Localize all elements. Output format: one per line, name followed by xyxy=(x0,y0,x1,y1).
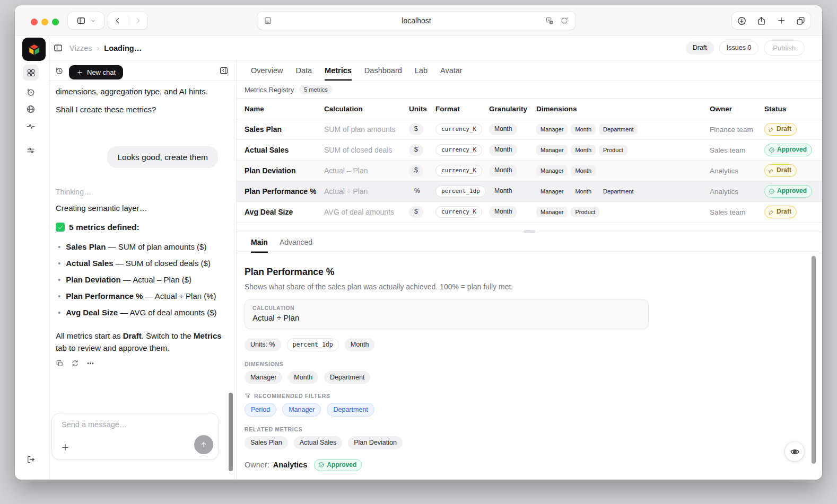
draft-status-badge: Draft xyxy=(686,41,714,55)
filter-chip[interactable]: Department xyxy=(327,403,374,417)
rail-item-apps[interactable] xyxy=(23,65,39,81)
sliders-icon[interactable] xyxy=(26,146,36,155)
back-icon[interactable] xyxy=(108,16,128,25)
chat-scrollbar[interactable] xyxy=(229,393,233,471)
metric-owner: Sales team xyxy=(710,146,764,154)
panel-toggle-icon[interactable] xyxy=(53,43,63,53)
units-chip: $ xyxy=(409,144,423,156)
dimension-chip: Product xyxy=(571,207,599,217)
zoom-window-button[interactable] xyxy=(52,19,59,25)
preview-eye-button[interactable] xyxy=(785,442,804,461)
globe-icon[interactable] xyxy=(26,104,36,114)
thinking-label: Thinking… xyxy=(56,186,229,198)
share-icon[interactable] xyxy=(752,16,771,26)
forward-icon[interactable] xyxy=(128,16,148,25)
status-badge[interactable]: Approved xyxy=(764,185,812,198)
metric-name: Plan Performance % xyxy=(245,187,324,196)
related-metric-chip[interactable]: Sales Plan xyxy=(245,436,288,449)
message-input[interactable] xyxy=(60,420,204,429)
main-scrollbar[interactable] xyxy=(812,256,816,464)
format-chip: currency_K xyxy=(435,144,482,156)
bullet-dot: • xyxy=(58,241,60,253)
table-row[interactable]: Avg Deal Size AVG of deal amounts $ curr… xyxy=(237,202,822,223)
status-badge[interactable]: Approved xyxy=(764,144,812,156)
tab-overview-icon[interactable] xyxy=(791,16,810,26)
new-tab-icon[interactable] xyxy=(771,16,791,25)
tab-main[interactable]: Main xyxy=(251,232,268,253)
registry-title: Metrics Registry xyxy=(245,86,294,94)
history-icon[interactable] xyxy=(26,87,36,97)
related-metric-chips: Sales Plan Actual Sales Plan Deviation xyxy=(245,436,806,449)
status-badge[interactable]: Approved xyxy=(314,459,362,472)
minimize-window-button[interactable] xyxy=(41,19,48,25)
metric-owner: Analytics xyxy=(710,167,764,175)
draft-pencil-icon xyxy=(769,127,774,132)
related-metric-chip[interactable]: Actual Sales xyxy=(294,436,342,449)
filter-chip[interactable]: Period xyxy=(245,403,276,417)
metric-owner: Finance team xyxy=(710,126,764,134)
units-chip: % xyxy=(409,185,425,197)
dimension-chip: Manager xyxy=(245,371,282,384)
reader-icon[interactable] xyxy=(264,16,272,25)
breadcrumb-current: Loading… xyxy=(104,44,142,52)
table-row-selected[interactable]: Plan Performance % Actual ÷ Plan % perce… xyxy=(237,181,822,202)
translate-icon[interactable]: Aa xyxy=(545,16,554,25)
address-bar[interactable]: localhost Aa xyxy=(257,12,576,30)
calculation-label: CALCULATION xyxy=(252,305,641,311)
main-panel: Overview Data Metrics Dashboard Lab Avat… xyxy=(237,60,822,480)
plus-icon xyxy=(76,69,83,76)
tab-avatar[interactable]: Avatar xyxy=(440,60,463,81)
more-options-icon[interactable] xyxy=(86,359,94,367)
downloads-icon[interactable] xyxy=(732,16,752,26)
metric-definition-list: •Sales Plan — SUM of plan amounts ($) •A… xyxy=(56,236,229,323)
close-window-button[interactable] xyxy=(31,19,38,25)
metrics-defined-heading: 5 metrics defined: xyxy=(56,221,229,233)
granularity-chip: Month xyxy=(489,206,517,218)
related-label: RELATED METRICS xyxy=(245,426,302,432)
tab-data[interactable]: Data xyxy=(295,60,312,81)
dimension-chip: Month xyxy=(571,145,596,155)
related-metric-chip[interactable]: Plan Deviation xyxy=(348,436,403,449)
col-dimensions: Dimensions xyxy=(536,105,710,113)
metric-name: Plan Deviation xyxy=(245,166,324,175)
collapse-panel-icon[interactable] xyxy=(219,66,229,75)
app-logo[interactable] xyxy=(22,38,46,61)
filter-chip[interactable]: Manager xyxy=(282,403,321,417)
message-actions xyxy=(56,359,229,367)
chat-transcript[interactable]: dimensions, aggregation type, and AI hin… xyxy=(48,81,236,413)
table-row[interactable]: Plan Deviation Actual – Plan $ currency_… xyxy=(237,161,822,181)
dimensions-label: DIMENSIONS xyxy=(245,361,284,367)
new-chat-button[interactable]: New chat xyxy=(69,65,123,79)
tab-metrics[interactable]: Metrics xyxy=(325,60,352,81)
tab-lab[interactable]: Lab xyxy=(415,60,428,81)
table-row[interactable]: Sales Plan SUM of plan amounts $ currenc… xyxy=(237,119,822,140)
regenerate-icon[interactable] xyxy=(71,359,79,367)
col-owner: Owner xyxy=(710,105,764,113)
publish-button[interactable]: Publish xyxy=(764,40,805,56)
send-button[interactable] xyxy=(194,435,213,454)
activity-icon[interactable] xyxy=(26,121,36,131)
dimension-chip: Manager xyxy=(536,124,568,135)
metric-calculation: Actual – Plan xyxy=(324,166,409,175)
table-row[interactable]: Actual Sales SUM of closed deals $ curre… xyxy=(237,140,822,161)
tab-overview[interactable]: Overview xyxy=(251,60,283,81)
metric-name: Actual Sales xyxy=(245,146,324,154)
logout-icon[interactable] xyxy=(26,455,36,464)
format-chip: currency_K xyxy=(435,165,482,176)
list-item: •Actual Sales — SUM of closed deals ($) xyxy=(58,257,229,269)
breadcrumb-section[interactable]: Vizzes xyxy=(69,44,92,52)
metric-name: Sales Plan xyxy=(245,125,324,134)
status-badge[interactable]: Draft xyxy=(764,123,797,136)
approved-check-icon xyxy=(318,462,325,468)
tab-dashboard[interactable]: Dashboard xyxy=(364,60,402,81)
status-badge[interactable]: Draft xyxy=(764,164,797,177)
attach-plus-icon[interactable] xyxy=(60,443,70,452)
reload-icon[interactable] xyxy=(560,16,569,25)
copy-icon[interactable] xyxy=(56,359,64,367)
tab-advanced[interactable]: Advanced xyxy=(280,232,312,253)
chat-history-icon[interactable] xyxy=(55,66,64,75)
status-badge[interactable]: Draft xyxy=(764,206,797,218)
dimension-chip: Department xyxy=(599,186,638,197)
issues-badge[interactable]: Issues 0 xyxy=(719,41,759,55)
browser-sidebar-button[interactable] xyxy=(68,12,104,29)
